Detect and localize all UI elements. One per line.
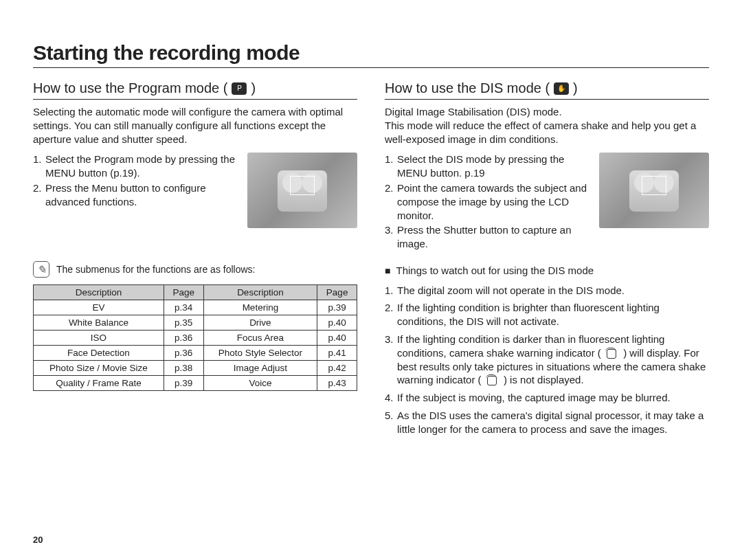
- table-cell: White Balance: [34, 315, 164, 331]
- dis-watch-heading: ■ Things to watch out for using the DIS …: [385, 265, 709, 278]
- program-step-2-text: Press the Menu button to configure advan…: [45, 181, 236, 209]
- table-cell: p.43: [317, 376, 357, 391]
- dis-mode-heading: How to use the DIS mode ( ✋ ): [385, 80, 709, 100]
- table-cell: p.38: [164, 361, 203, 376]
- program-step-1-text: Select the Program mode by pressing the …: [45, 153, 236, 180]
- submenu-note: ✎ The submenus for the functions are as …: [33, 261, 357, 278]
- table-cell: Image Adjust: [203, 361, 317, 376]
- table-cell: Photo Style Selector: [203, 346, 317, 361]
- watch-item-5: 5.As the DIS uses the camera's digital s…: [385, 409, 709, 436]
- table-cell: p.36: [164, 346, 203, 361]
- table-row: Photo Size / Movie Sizep.38Image Adjustp…: [34, 361, 357, 376]
- table-cell: p.39: [164, 376, 203, 391]
- table-cell: p.34: [164, 300, 203, 315]
- dis-intro-line2: This mode will reduce the effect of came…: [385, 120, 696, 145]
- table-row: White Balancep.35Drivep.40: [34, 315, 357, 331]
- dis-watch-list: 1.The digital zoom will not operate in t…: [385, 284, 709, 436]
- heading-text-suffix: ): [573, 80, 578, 96]
- right-column: How to use the DIS mode ( ✋ ) Digital Im…: [385, 80, 709, 440]
- watch-item-4-text: If the subject is moving, the captured i…: [397, 391, 671, 405]
- table-cell: Metering: [203, 300, 317, 315]
- watch-item-3-post: ) is not displayed.: [504, 374, 584, 385]
- dis-mode-screenshot: [599, 153, 709, 228]
- table-row: Quality / Frame Ratep.39Voicep.43: [34, 376, 357, 391]
- table-cell: p.41: [317, 346, 357, 361]
- dis-step-2: 2.Point the camera towards the subject a…: [385, 181, 588, 222]
- dis-step-1-text: Select the DIS mode by pressing the MENU…: [397, 153, 588, 180]
- table-cell: p.42: [317, 361, 357, 376]
- table-cell: ISO: [34, 331, 164, 346]
- program-mode-screenshot: [247, 153, 357, 228]
- watch-item-2-text: If the lighting condition is brighter th…: [397, 301, 709, 328]
- table-cell: Focus Area: [203, 331, 317, 346]
- th-page-1: Page: [164, 285, 203, 300]
- dis-intro-line1: Digital Image Stabilisation (DIS) mode.: [385, 106, 562, 117]
- camera-shake-icon: [486, 376, 499, 385]
- watch-item-5-text: As the DIS uses the camera's digital sig…: [397, 409, 709, 436]
- th-desc-2: Description: [203, 285, 317, 300]
- watch-item-1-text: The digital zoom will not operate in the…: [397, 284, 625, 298]
- table-cell: p.39: [317, 300, 357, 315]
- table-cell: Photo Size / Movie Size: [34, 361, 164, 376]
- watch-item-2: 2.If the lighting condition is brighter …: [385, 301, 709, 328]
- table-cell: Voice: [203, 376, 317, 391]
- title-rule: [33, 67, 709, 68]
- watch-item-4: 4.If the subject is moving, the captured…: [385, 391, 709, 405]
- th-page-2: Page: [317, 285, 357, 300]
- table-cell: p.36: [164, 331, 203, 346]
- heading-text-suffix: ): [251, 80, 256, 96]
- program-intro: Selecting the automatic mode will config…: [33, 105, 357, 146]
- table-cell: EV: [34, 300, 164, 315]
- table-row: Face Detectionp.36Photo Style Selectorp.…: [34, 346, 357, 361]
- function-table: Description Page Description Page EVp.34…: [33, 284, 357, 391]
- table-cell: p.35: [164, 315, 203, 331]
- dis-steps: 1.Select the DIS mode by pressing the ME…: [385, 153, 588, 252]
- table-cell: Quality / Frame Rate: [34, 376, 164, 391]
- program-step-1: 1.Select the Program mode by pressing th…: [33, 153, 236, 180]
- th-desc-1: Description: [34, 285, 164, 300]
- dis-mode-icon: ✋: [554, 82, 569, 95]
- watch-item-1: 1.The digital zoom will not operate in t…: [385, 284, 709, 298]
- table-row: ISOp.36Focus Areap.40: [34, 331, 357, 346]
- square-bullet-icon: ■: [385, 265, 390, 278]
- page-title: Starting the recording mode: [33, 41, 709, 65]
- table-header-row: Description Page Description Page: [34, 285, 357, 300]
- watch-item-3: 3. If the lighting condition is darker t…: [385, 333, 709, 387]
- table-cell: p.40: [317, 331, 357, 346]
- table-cell: Face Detection: [34, 346, 164, 361]
- dis-step-3-text: Press the Shutter button to capture an i…: [397, 223, 588, 251]
- note-text: The submenus for the functions are as fo…: [56, 261, 255, 275]
- page-number: 20: [33, 535, 43, 545]
- program-mode-icon: P: [232, 82, 247, 95]
- heading-text-prefix: How to use the Program mode (: [33, 80, 227, 96]
- content-columns: How to use the Program mode ( P ) Select…: [33, 80, 709, 440]
- camera-shake-icon: [605, 349, 619, 359]
- program-steps-row: 1.Select the Program mode by pressing th…: [33, 153, 357, 228]
- program-mode-heading: How to use the Program mode ( P ): [33, 80, 357, 100]
- dis-step-2-text: Point the camera towards the subject and…: [397, 181, 588, 222]
- dis-step-3: 3.Press the Shutter button to capture an…: [385, 223, 588, 251]
- dis-watch-heading-text: Things to watch out for using the DIS mo…: [396, 265, 594, 278]
- table-cell: p.40: [317, 315, 357, 331]
- program-steps: 1.Select the Program mode by pressing th…: [33, 153, 236, 228]
- dis-intro: Digital Image Stabilisation (DIS) mode. …: [385, 105, 709, 146]
- program-step-2: 2.Press the Menu button to configure adv…: [33, 181, 236, 209]
- watch-item-3-text: If the lighting condition is darker than…: [397, 333, 709, 387]
- table-row: EVp.34Meteringp.39: [34, 300, 357, 315]
- heading-text-prefix: How to use the DIS mode (: [385, 80, 550, 96]
- dis-steps-row: 1.Select the DIS mode by pressing the ME…: [385, 153, 709, 252]
- table-cell: Drive: [203, 315, 317, 331]
- note-icon: ✎: [33, 261, 49, 278]
- left-column: How to use the Program mode ( P ) Select…: [33, 80, 357, 440]
- dis-step-1: 1.Select the DIS mode by pressing the ME…: [385, 153, 588, 180]
